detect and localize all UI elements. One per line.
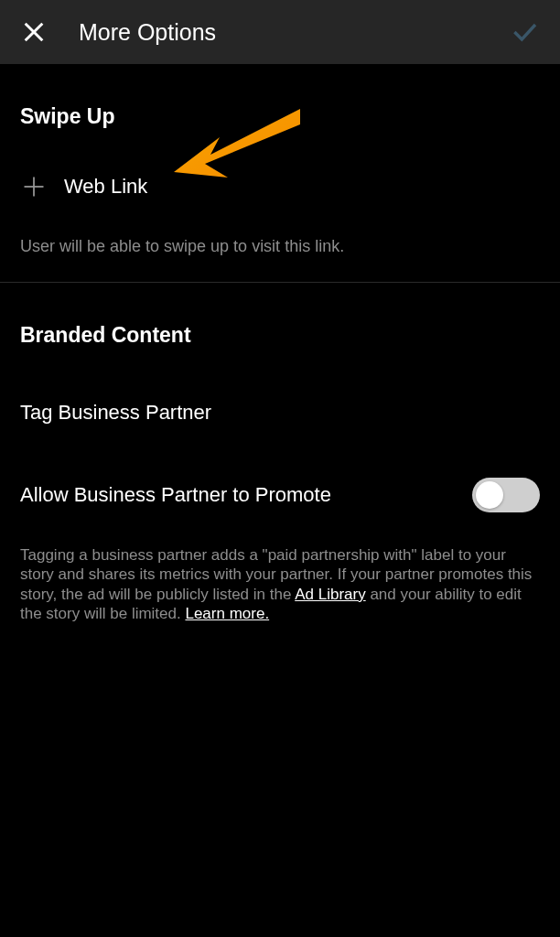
swipe-up-section: Swipe Up Web Link User will be able to s… [0,104,560,256]
branded-content-title: Branded Content [20,323,540,348]
header-bar: More Options [0,0,560,64]
confirm-button[interactable] [509,16,540,48]
swipe-up-hint: User will be able to swipe up to visit t… [20,237,540,256]
toggle-knob [476,481,503,509]
swipe-up-title: Swipe Up [20,104,540,129]
branded-description: Tagging a business partner adds a "paid … [20,545,540,623]
web-link-label: Web Link [64,175,147,199]
tag-business-partner-row[interactable]: Tag Business Partner [20,401,540,425]
close-icon [21,19,47,45]
allow-promote-toggle[interactable] [472,478,540,512]
learn-more-link[interactable]: Learn more. [185,605,269,622]
plus-icon [20,173,48,200]
check-icon [510,17,539,47]
close-button[interactable] [20,18,48,46]
branded-content-section: Branded Content Tag Business Partner All… [0,323,560,623]
allow-promote-label: Allow Business Partner to Promote [20,483,331,507]
section-divider [0,282,560,283]
page-title: More Options [79,19,216,46]
ad-library-link[interactable]: Ad Library [295,586,365,603]
allow-promote-row: Allow Business Partner to Promote [20,478,540,512]
add-web-link-row[interactable]: Web Link [20,173,540,200]
